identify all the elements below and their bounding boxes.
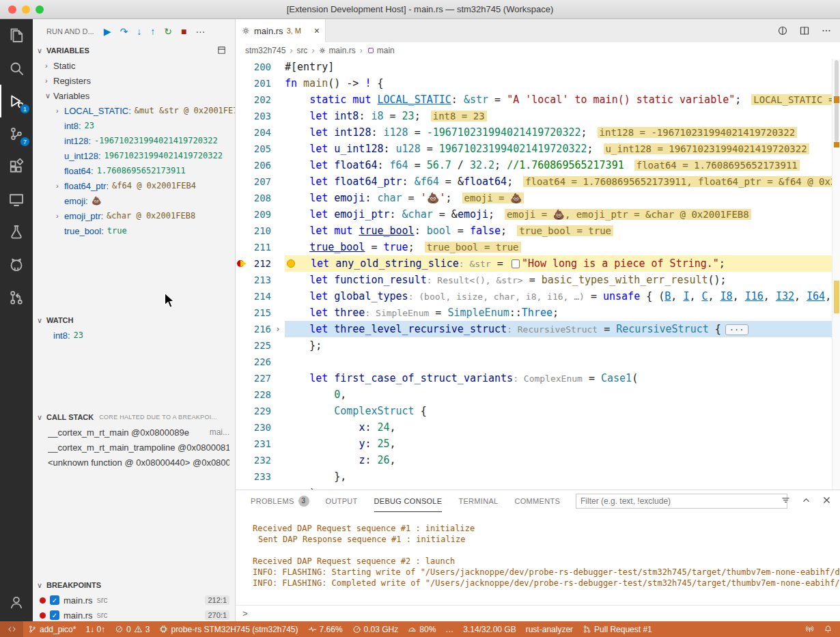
status-problems[interactable]: 03 [110, 621, 154, 637]
breakpoint-row[interactable]: ✓main.rssrc212:1 [33, 593, 235, 608]
stop-button[interactable]: ■ [181, 27, 186, 36]
breadcrumb-item-stm32h745[interactable]: stm32h745 [245, 46, 285, 55]
code-line-225[interactable]: 225 }; [236, 337, 840, 354]
gutter[interactable] [236, 173, 247, 190]
code-line-207[interactable]: 207 let float64_ptr: &f64 = &float64; fl… [236, 173, 840, 190]
code-line-212[interactable]: 212 let any_old_string_slice: &str = "Ho… [236, 255, 840, 272]
tab-main-rs[interactable]: main.rs 3, M × [236, 19, 326, 42]
variable-row[interactable]: int8:23 [33, 118, 235, 133]
step-out-button[interactable]: ↑ [150, 27, 155, 36]
code-line-233[interactable]: 233 }, [236, 468, 840, 485]
gutter[interactable] [236, 108, 247, 124]
code-line-230[interactable]: 230 x: 24, [236, 419, 840, 436]
stack-frame[interactable]: __cortex_m_rt_main_trampoline @0x0800081 [33, 440, 235, 455]
gutter[interactable] [236, 354, 247, 370]
activitybar-explorer[interactable] [0, 19, 33, 52]
code-line-208[interactable]: 208 let emoji: char = '💩'; emoji = 💩 [236, 190, 840, 206]
status-pull-request[interactable]: Pull Request #1 [578, 621, 657, 637]
breakpoint-row[interactable]: ✓main.rssrc270:1 [33, 608, 235, 621]
variable-row[interactable]: ›float64_ptr:&f64 @ 0x2001FEB4 [33, 178, 235, 193]
status-battery[interactable]: 80% [403, 621, 440, 637]
code-line-232[interactable]: 232 z: 26, [236, 452, 840, 468]
activitybar-pull-requests[interactable] [0, 281, 33, 314]
gutter[interactable] [236, 370, 247, 386]
status-rust-analyzer[interactable]: rust-analyzer [521, 621, 578, 637]
fold-chevron-icon[interactable]: › [271, 321, 285, 337]
gutter[interactable] [236, 337, 247, 354]
breakpoint-indicator[interactable] [236, 255, 247, 272]
code-line-210[interactable]: 210 let mut true_bool: bool = false; tru… [236, 223, 840, 239]
status-cpu-frequency[interactable]: 0.03 GHz [348, 621, 404, 637]
code-line-214[interactable]: 214 let global_types: (bool, isize, char… [236, 288, 840, 305]
variable-row[interactable]: float64:1.7608695652173911 [33, 163, 235, 178]
status-overflow[interactable]: … [440, 621, 458, 637]
stack-frame[interactable]: <unknown function @ 0x08000440> @0x08000 [33, 455, 235, 470]
watch-row[interactable]: int8:23 [33, 328, 235, 343]
gutter[interactable] [236, 321, 247, 337]
status-feedback[interactable] [800, 625, 819, 634]
gutter[interactable] [236, 386, 247, 403]
watch-pane-header[interactable]: ∨ WATCH [33, 313, 235, 328]
variable-row[interactable]: ›emoji_ptr:&char @ 0x2001FEB8 [33, 208, 235, 223]
code-line-202[interactable]: 202 static mut LOCAL_STATIC: &str = "A '… [236, 91, 840, 108]
code-line-200[interactable]: 200#[entry] [236, 59, 840, 75]
maximize-panel-icon[interactable] [801, 495, 811, 505]
gutter[interactable] [236, 419, 247, 436]
variable-row[interactable]: emoji:💩 [33, 193, 235, 208]
step-over-button[interactable]: ↷ [120, 27, 128, 36]
filter-icon[interactable] [781, 495, 791, 505]
gutter[interactable] [236, 206, 247, 223]
status-remote[interactable] [0, 621, 23, 637]
split-editor-icon[interactable] [799, 25, 810, 36]
code-line-228[interactable]: 228 0, [236, 386, 840, 403]
activitybar-github[interactable] [0, 249, 33, 281]
status-sync-changes[interactable]: 1↓ 0↑ [81, 621, 110, 637]
code-line-226[interactable]: 226 [236, 354, 840, 370]
panel-tab-comments[interactable]: COMMENTS [514, 490, 560, 512]
activitybar-accounts[interactable] [0, 586, 33, 619]
code-line-206[interactable]: 206 let float64: f64 = 56.7 / 32.2; //1.… [236, 157, 840, 173]
panel-tab-debug-console[interactable]: DEBUG CONSOLE [374, 490, 443, 512]
variable-row[interactable]: u_int128:196710231994021419720322 [33, 148, 235, 163]
gutter[interactable] [236, 239, 247, 255]
code-line-205[interactable]: 205 let u_int128: u128 = 196710231994021… [236, 141, 840, 157]
gutter[interactable] [236, 59, 247, 75]
code-line-234[interactable]: 234 ), [236, 485, 840, 490]
code-line-215[interactable]: 215 let three: SimpleEnum = SimpleEnum::… [236, 305, 840, 321]
minimize-window-button[interactable] [22, 5, 30, 14]
status-memory[interactable]: 3.14/32.00 GB [458, 621, 520, 637]
code-line-229[interactable]: 229 ComplexStruct { [236, 403, 840, 419]
breakpoint-checkbox[interactable]: ✓ [50, 610, 59, 620]
breadcrumb-item-main[interactable]: main [367, 46, 395, 55]
breadcrumb-item-src[interactable]: src [296, 46, 307, 55]
variable-row[interactable]: ›LOCAL_STATIC:&mut &str @ 0x2001FE78 [33, 103, 235, 118]
code-line-209[interactable]: 209 let emoji_ptr: &char = &emoji; emoji… [236, 206, 840, 223]
gutter[interactable] [236, 141, 247, 157]
panel-tab-problems[interactable]: PROBLEMS3 [251, 490, 309, 512]
breadcrumb-item-main-rs[interactable]: main.rs [318, 46, 355, 55]
debug-console-input[interactable]: > [236, 605, 840, 621]
gutter[interactable] [236, 272, 247, 288]
code-line-216[interactable]: 216› let three_level_recursive_struct: R… [236, 321, 840, 337]
gutter[interactable] [236, 75, 247, 91]
activitybar-source-control[interactable]: 7 [0, 117, 33, 150]
stack-frame[interactable]: __cortex_m_rt_main @0x0800089emai... [33, 425, 235, 440]
debug-console-output[interactable]: Received DAP Request sequence #1 : initi… [236, 515, 840, 604]
code-line-213[interactable]: 213 let function_result: Result<(), &str… [236, 272, 840, 288]
collapse-all-icon[interactable] [216, 45, 227, 57]
code-line-227[interactable]: 227 let first_case_of_struct_variants: C… [236, 370, 840, 386]
code-area[interactable]: 200#[entry]201fn main() -> ! {202 static… [236, 59, 840, 490]
activitybar-run-and-debug[interactable]: 1 [0, 85, 33, 117]
breakpoint-checkbox[interactable]: ✓ [50, 595, 59, 605]
code-line-211[interactable]: 211 true_bool = true; true_bool = true [236, 239, 840, 255]
variable-row[interactable]: ∨Variables [33, 88, 235, 103]
variable-row[interactable]: true_bool:true [33, 223, 235, 238]
gutter[interactable] [236, 305, 247, 321]
gutter[interactable] [236, 91, 247, 108]
continue-button[interactable]: ▶ [104, 27, 111, 36]
activitybar-remote-explorer[interactable] [0, 183, 33, 216]
panel-tab-terminal[interactable]: TERMINAL [458, 490, 498, 512]
more-button[interactable]: ··· [195, 27, 205, 36]
gutter[interactable] [236, 157, 247, 173]
close-window-button[interactable] [8, 5, 16, 14]
